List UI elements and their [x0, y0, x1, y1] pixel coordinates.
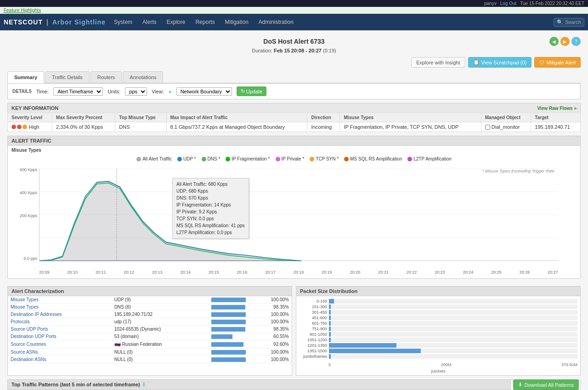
action-buttons: Explore with Insight 📋 View Scratchpad (…: [7, 57, 581, 68]
pkt-bar: [329, 349, 421, 353]
char-bar-cell: [209, 296, 249, 304]
download-label: Download All Patterns: [524, 382, 574, 388]
pkt-bar-container: [329, 304, 577, 309]
legend-item: MS SQL RS Amplification: [344, 156, 402, 161]
pkt-x-axis: 0 200M 379.91M: [296, 362, 580, 369]
char-label-link[interactable]: Misuse Types: [11, 297, 39, 302]
units-select[interactable]: pps bps: [125, 87, 147, 96]
char-bar-cell: [209, 356, 249, 363]
datetime: Tue 15 Feb 2022 20:32:40 EET: [520, 1, 584, 6]
dot-3: [23, 125, 27, 129]
nav-item-system[interactable]: System: [109, 17, 137, 27]
arbor-logo: Arbor Sightline: [52, 18, 106, 26]
search-box[interactable]: 🔍 Search: [554, 18, 584, 27]
char-label-link[interactable]: Destination UDP Ports: [11, 334, 57, 339]
view-raw-flows-link[interactable]: View Raw Flows »: [537, 106, 577, 111]
view-label: View:: [152, 89, 164, 94]
x-label: 20:09: [39, 270, 50, 275]
download-patterns-button[interactable]: ⬇ Download All Patterns: [513, 379, 579, 390]
page-title: DoS Host Alert 6733: [263, 38, 324, 45]
x-label: 20:20: [350, 270, 361, 275]
tab-routers[interactable]: Routers: [90, 71, 122, 83]
legend-item: All Alert Traffic: [136, 156, 172, 161]
next-alert-button[interactable]: ▶: [560, 37, 570, 46]
x-label: 20:19: [322, 270, 332, 275]
char-row: Source UDP Ports 1024-65535 (Dynamic) 98…: [8, 326, 292, 333]
char-row: Destination ASNs NULL (0) 100.00%: [8, 356, 292, 363]
search-label: Search: [565, 19, 581, 25]
legend-item: IP Fragmentation *: [226, 156, 270, 161]
pkt-row: 451-600: [299, 315, 577, 320]
pkt-bar-container: [329, 332, 577, 337]
char-pct: 92.60%: [249, 340, 292, 349]
char-label-link[interactable]: Source UDP Ports: [11, 327, 48, 332]
pkt-label: 601-750: [299, 321, 329, 326]
alert-traffic-title: ALERT TRAFFIC: [8, 136, 580, 146]
explore-insight-button[interactable]: Explore with Insight: [411, 57, 465, 68]
pkt-label: 901-1050: [299, 332, 329, 337]
pkt-row: jumboframes: [299, 354, 577, 359]
legend-color: [310, 157, 314, 161]
nav-item-administration[interactable]: Administration: [254, 17, 298, 27]
mitigate-alert-button[interactable]: 🛡 Mitigate Alert: [534, 57, 581, 68]
char-label: Destination ASNs: [8, 356, 112, 363]
pkt-bar: [329, 354, 331, 359]
legend-color: [136, 157, 141, 161]
pkt-label: 1351-1500: [299, 349, 329, 353]
chart-wrapper: * Misuse Types Exceeding Trigger Rate 60…: [39, 169, 558, 261]
legend-color: [344, 157, 349, 161]
legend-item: DNS *: [202, 156, 220, 161]
help-button[interactable]: ?: [571, 37, 581, 46]
max-impact: 8.1 Gbps/737.2 Kpps at Managed Object Bo…: [166, 122, 307, 132]
patterns-title: Top Traffic Patterns (last 5 min of sele…: [11, 382, 145, 388]
char-label: Destination UDP Ports: [8, 333, 112, 340]
nav-item-explore[interactable]: Explore: [162, 17, 190, 27]
pkt-row: 1051-1200: [299, 338, 577, 342]
legend-item: L2TP Amplification: [407, 156, 452, 161]
tab-annotations[interactable]: Annotations: [123, 71, 163, 83]
char-row: Source Countries 🇷🇺Russian Federation 92…: [8, 340, 292, 349]
char-label-link[interactable]: Protocols: [11, 319, 30, 324]
misuse-types: IP Fragmentation, IP Private, TCP SYN, D…: [340, 122, 481, 132]
patterns-header: Top Traffic Patterns (last 5 min of sele…: [8, 380, 511, 390]
logout-link[interactable]: Log Out: [500, 1, 517, 6]
info-icon: ℹ: [143, 382, 145, 387]
col-direction: Direction: [307, 113, 340, 122]
char-label-link[interactable]: Destination ASNs: [11, 357, 46, 362]
pkt-bar-container: [329, 321, 577, 326]
view-select[interactable]: Network Boundary: [176, 87, 232, 96]
nav-item-reports[interactable]: Reports: [191, 17, 219, 27]
char-value: UDP (9): [112, 296, 209, 304]
time-select[interactable]: Alert Timeframe: [53, 87, 103, 96]
pkt-bar-container: [329, 327, 577, 331]
x-label: 20:27: [548, 270, 558, 275]
feature-bar: Feature Highlights: [0, 7, 588, 14]
pkt-label: 301-450: [299, 310, 329, 315]
char-label-link[interactable]: Misuse Types: [11, 304, 39, 310]
flag-ru-icon: 🇷🇺: [114, 341, 121, 347]
tab-traffic-details[interactable]: Traffic Details: [45, 71, 90, 83]
char-label-link[interactable]: Source Countries: [11, 342, 46, 347]
prev-alert-button[interactable]: ◀: [549, 37, 559, 46]
col-target: Target: [531, 113, 581, 122]
char-label-link[interactable]: Source ASNs: [11, 350, 38, 355]
pkt-label: 751-900: [299, 327, 329, 331]
view-info-icon: ●: [169, 89, 172, 94]
key-info-table: Severity LevelMax Severity PercentTop Mi…: [7, 113, 581, 132]
char-bar: [211, 320, 246, 324]
x-label: 20:11: [96, 270, 106, 275]
char-label-link[interactable]: Destination IP Addresses: [11, 312, 62, 317]
tab-summary[interactable]: Summary: [7, 71, 44, 83]
pkt-bar: [329, 332, 331, 337]
view-scratchpad-button[interactable]: 📋 View Scratchpad (0): [468, 57, 532, 68]
managed-object-checkbox[interactable]: [485, 125, 490, 130]
nav-item-mitigation[interactable]: Mitigation: [220, 17, 253, 27]
netscout-logo: NETSCOUT: [4, 18, 43, 26]
update-button[interactable]: ↻ Update: [237, 86, 266, 96]
details-panel: DETAILS Time: Alert Timeframe Units: pps…: [7, 83, 581, 99]
feature-highlights-link[interactable]: Feature Highlights: [4, 8, 41, 13]
nav-items: SystemAlertsExploreReportsMitigationAdmi…: [109, 17, 554, 27]
chart-note: * Misuse Types Exceeding Trigger Rate: [482, 169, 554, 173]
pkt-label: 0-150: [299, 299, 329, 304]
nav-item-alerts[interactable]: Alerts: [138, 17, 161, 27]
